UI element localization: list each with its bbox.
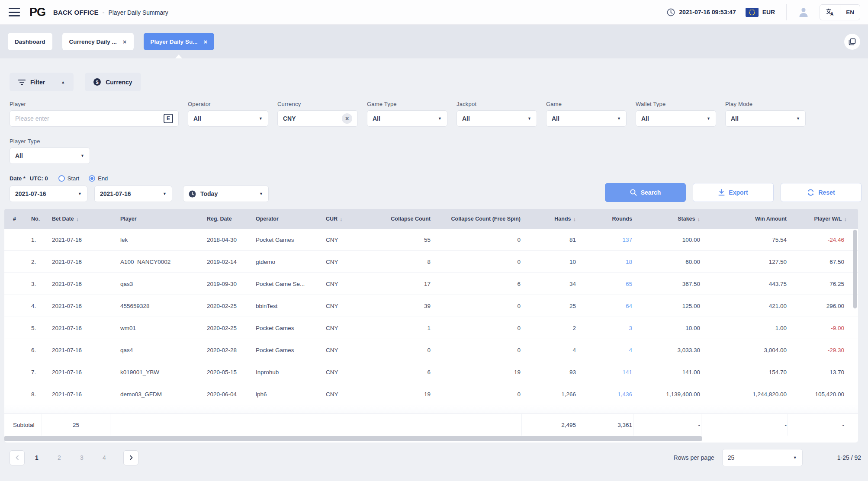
cell-bet_date: 2021-07-16 [42, 229, 110, 250]
export-button[interactable]: Export [693, 183, 774, 202]
play-mode-select[interactable]: All ▼ [725, 110, 806, 127]
select-value: 2021-07-16 [15, 190, 46, 197]
cell-win_amount: 443.75 [701, 273, 788, 295]
filter-collapse-button[interactable]: Filter ▲ [10, 73, 74, 91]
select-value: Today [200, 190, 218, 197]
sort-desc-icon[interactable]: ↓ [844, 216, 847, 222]
eu-flag-icon[interactable] [746, 8, 759, 17]
cell-player: wm01 [110, 317, 196, 339]
column-header-hands[interactable]: Hands↓ [521, 209, 577, 229]
column-header-bet_date[interactable]: Bet Date↓ [42, 209, 110, 229]
game-select[interactable]: All ▼ [546, 110, 627, 127]
quick-range-select[interactable]: Today ▼ [183, 186, 269, 202]
select-value: All [462, 115, 470, 122]
sort-desc-icon[interactable]: ↓ [76, 216, 79, 222]
prev-page-button[interactable] [10, 450, 25, 465]
cell-hands: 1,266 [521, 383, 577, 405]
vertical-scrollbar[interactable] [853, 230, 857, 308]
currency-button-label: Currency [106, 79, 132, 86]
rounds-link[interactable]: 64 [577, 295, 633, 317]
cell-operator: gtdemo [245, 251, 315, 273]
start-radio[interactable]: Start [58, 175, 79, 182]
page-button-3[interactable]: 3 [74, 450, 90, 465]
cell-hash [4, 295, 21, 317]
radio-checked-icon[interactable] [89, 175, 95, 182]
cell-bet_date: 2021-07-16 [42, 273, 110, 295]
table-row: 5.2021-07-16wm012020-02-25Pocket GamesCN… [4, 317, 858, 339]
cell-player_wl: 76.25 [788, 273, 853, 295]
cell-hands: 25 [521, 295, 577, 317]
page-button-4[interactable]: 4 [96, 450, 112, 465]
user-icon[interactable] [798, 6, 809, 18]
page-button-2[interactable]: 2 [51, 450, 67, 465]
rounds-link[interactable]: 4 [577, 339, 633, 361]
end-radio[interactable]: End [89, 175, 108, 182]
cell-collapse: 17 [366, 273, 431, 295]
cell-player_wl: 105,420.00 [788, 383, 853, 405]
operator-select[interactable]: All ▼ [188, 110, 268, 127]
column-header-reg_date: Reg. Date [196, 209, 245, 229]
rounds-link[interactable]: 141 [577, 361, 633, 383]
next-page-button[interactable] [123, 450, 138, 465]
tab-currency-daily[interactable]: Currency Daily ... × [62, 33, 134, 50]
exact-match-badge[interactable]: E [164, 114, 173, 123]
rounds-link[interactable]: 3 [577, 317, 633, 339]
rows-per-page-select[interactable]: 25 ▼ [722, 449, 803, 466]
cell-reg_date: 2019-02-14 [196, 251, 245, 273]
pagination-range: 1-25 / 92 [837, 454, 861, 461]
sort-desc-icon[interactable]: ↓ [698, 216, 701, 222]
date-from-select[interactable]: 2021-07-16 ▼ [10, 186, 87, 202]
display-currency[interactable]: EUR [762, 9, 775, 16]
close-tab-icon[interactable]: × [123, 38, 127, 45]
cell-hands: 10 [521, 251, 577, 273]
hamburger-menu-icon[interactable] [9, 8, 20, 16]
wallet-type-select[interactable]: All ▼ [636, 110, 716, 127]
player-input[interactable] [15, 115, 160, 122]
cell-collapse: 8 [366, 251, 431, 273]
translate-icon[interactable]: A [820, 5, 840, 20]
field-label: Wallet Type [636, 101, 716, 107]
radio-label: Start [68, 175, 79, 182]
column-header-player_wl[interactable]: Player W/L↓ [788, 209, 853, 229]
radio-icon[interactable] [58, 175, 65, 182]
search-button[interactable]: Search [605, 183, 686, 202]
column-header-stakes[interactable]: Stakes↓ [633, 209, 701, 229]
jackpot-select[interactable]: All ▼ [457, 110, 537, 127]
column-header-cur[interactable]: CUR↓ [315, 209, 366, 229]
window-panels-button[interactable] [844, 34, 860, 50]
horizontal-scrollbar[interactable] [4, 436, 858, 443]
filter-icon [18, 79, 26, 85]
select-value: 25 [728, 454, 735, 461]
rounds-link[interactable]: 137 [577, 229, 633, 250]
table-header-row: #No.Bet Date↓PlayerReg. DateOperatorCUR↓… [4, 209, 858, 229]
cell-player: 455659328 [110, 295, 196, 317]
sort-desc-icon[interactable]: ↓ [573, 216, 576, 222]
cell-stakes: 125.00 [633, 295, 701, 317]
rounds-link[interactable]: 65 [577, 273, 633, 295]
date-to-select[interactable]: 2021-07-16 ▼ [94, 186, 172, 202]
player-search-input[interactable]: E [10, 110, 179, 127]
game-type-select[interactable]: All ▼ [367, 110, 447, 127]
page-button-1[interactable]: 1 [29, 450, 45, 465]
sort-desc-icon[interactable]: ↓ [340, 216, 343, 222]
language-switcher[interactable]: A EN [820, 4, 860, 20]
rounds-link[interactable]: 1,436 [577, 383, 633, 405]
date-label: Date * [10, 175, 26, 182]
currency-select[interactable]: CNY × [277, 110, 358, 127]
date-section: Date * UTC: 0 Start End 2021-07-16 ▼ 202… [10, 175, 862, 202]
tab-player-daily-summary[interactable]: Player Daily Su... × [144, 33, 215, 50]
close-tab-icon[interactable]: × [203, 38, 207, 45]
clear-currency-icon[interactable]: × [342, 113, 352, 124]
cell-operator: Pocket Games [245, 229, 315, 250]
rounds-link[interactable]: 18 [577, 251, 633, 273]
cell-player: qas3 [110, 273, 196, 295]
tab-dashboard[interactable]: Dashboard [8, 33, 52, 50]
table-row: 3.2021-07-16qas32019-09-30Pocket Game Se… [4, 273, 858, 295]
select-value: All [193, 115, 201, 122]
cell-cur: CNY [315, 339, 366, 361]
scrollbar-thumb[interactable] [4, 436, 702, 441]
currency-view-button[interactable]: $ Currency [85, 73, 141, 91]
language-code[interactable]: EN [846, 9, 854, 16]
player-type-select[interactable]: All ▼ [10, 148, 90, 164]
reset-button[interactable]: Reset [781, 183, 862, 202]
